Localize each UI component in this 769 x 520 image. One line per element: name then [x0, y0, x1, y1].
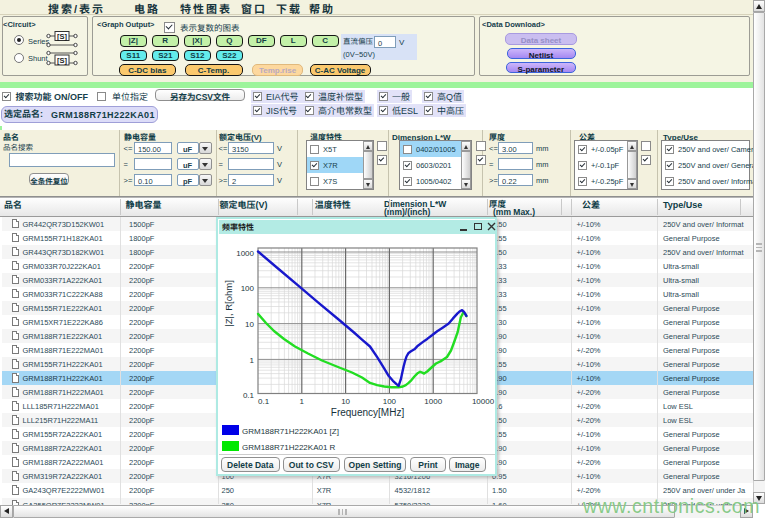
- svg-text:[S]: [S]: [57, 32, 68, 41]
- svg-text:[S]: [S]: [57, 56, 68, 65]
